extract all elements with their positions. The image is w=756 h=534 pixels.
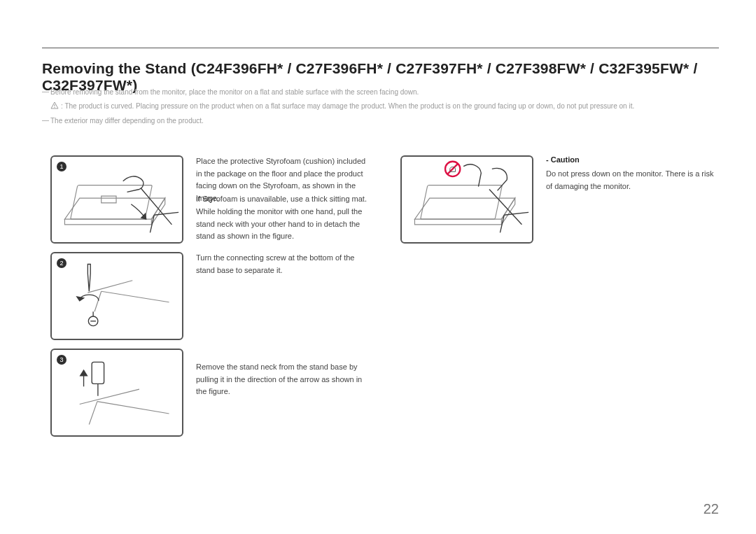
- caution-text: Do not press down on the monitor. There …: [546, 168, 721, 192]
- note-text: : The product is curved. Placing pressur…: [61, 101, 634, 112]
- svg-rect-2: [71, 185, 153, 219]
- note-text: Before removing the stand from the monit…: [50, 87, 419, 98]
- step-1-text-b: If Styrofoam is unavailable, use a thick…: [196, 193, 371, 206]
- notes-block: ― Before removing the stand from the mon…: [42, 87, 719, 129]
- step-1-text-c: While holding the monitor with one hand,…: [196, 206, 371, 243]
- svg-rect-6: [92, 362, 104, 384]
- note-text: The exterior may differ depending on the…: [50, 115, 204, 127]
- note-1: ― Before removing the stand from the mon…: [42, 87, 719, 98]
- caution-triangle-icon: [50, 101, 59, 109]
- manual-page: { "heading": "Removing the Stand (C24F39…: [0, 0, 756, 534]
- dash-icon: ―: [42, 86, 49, 97]
- step-2-figure: 2: [50, 252, 183, 340]
- caution-figure: [400, 155, 533, 244]
- dash-icon: ―: [42, 115, 49, 126]
- svg-point-1: [54, 106, 55, 107]
- step-1-figure: 1: [50, 155, 183, 244]
- note-2: : The product is curved. Placing pressur…: [50, 101, 719, 112]
- step-3-text: Remove the stand neck from the stand bas…: [196, 361, 371, 398]
- top-rule: [42, 48, 719, 48]
- svg-line-11: [447, 164, 458, 174]
- step-number-badge: 1: [57, 162, 66, 171]
- caution-heading: - Caution: [546, 155, 580, 164]
- step-2-text: Turn the connecting screw at the bottom …: [196, 252, 371, 276]
- step-number-badge: 2: [57, 258, 66, 268]
- step-3-figure: 3: [50, 349, 183, 437]
- step-number-badge: 3: [57, 355, 66, 365]
- note-3: ― The exterior may differ depending on t…: [42, 115, 719, 127]
- page-number: 22: [704, 501, 719, 517]
